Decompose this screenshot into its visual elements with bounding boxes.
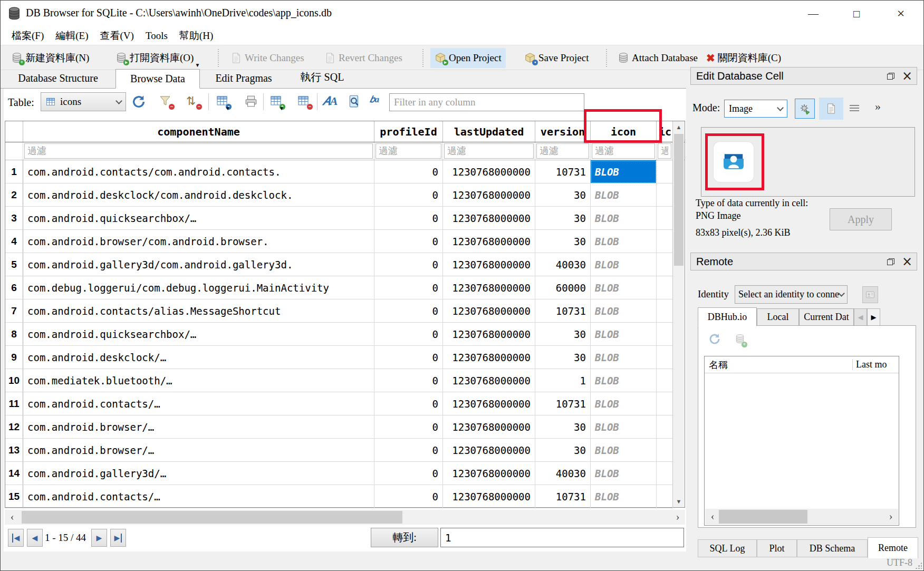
row-number[interactable]: 6: [5, 276, 23, 299]
scrollbar-thumb[interactable]: [22, 511, 402, 524]
filter-cell[interactable]: [657, 142, 673, 160]
cell-icon-blob[interactable]: BLOB: [591, 462, 657, 485]
manage-identities-button[interactable]: [862, 286, 878, 303]
filter-cell[interactable]: [443, 142, 535, 160]
cell-icon-blob[interactable]: BLOB: [591, 207, 657, 230]
close-database-button[interactable]: ✖ 關閉資料庫(C): [702, 48, 785, 68]
cell-partial[interactable]: [657, 207, 673, 230]
cell-partial[interactable]: [657, 462, 673, 485]
cell-version[interactable]: 30: [535, 207, 591, 230]
clone-database-button[interactable]: +: [735, 337, 745, 346]
filter-cell[interactable]: [535, 142, 591, 160]
font-settings-button[interactable]: 𝐴A: [322, 94, 337, 109]
scroll-right-icon[interactable]: ›: [670, 510, 685, 525]
cell-partial[interactable]: [657, 253, 673, 276]
cell-icon-blob[interactable]: BLOB: [591, 369, 657, 392]
cell-version[interactable]: 1: [535, 369, 591, 392]
column-header-lastupdated[interactable]: lastUpdated: [443, 121, 535, 142]
cell-version[interactable]: 30: [535, 346, 591, 369]
previous-record-button[interactable]: ◀: [27, 529, 43, 547]
float-panel-icon[interactable]: [887, 258, 894, 265]
cell-componentname[interactable]: com.android.contacts/…: [23, 485, 374, 508]
remote-refresh-button[interactable]: [708, 333, 721, 345]
cell-icon-blob[interactable]: BLOB: [591, 415, 657, 439]
revert-changes-button[interactable]: Revert Changes: [320, 48, 407, 68]
filter-cell[interactable]: [23, 142, 374, 160]
remote-database-list[interactable]: 名稱 Last mo ‹ ›: [704, 356, 899, 526]
find-in-cells-button[interactable]: [348, 94, 361, 108]
scroll-down-icon[interactable]: ▼: [673, 496, 685, 507]
filter-cell[interactable]: [591, 142, 657, 160]
maximize-button[interactable]: □: [844, 6, 869, 22]
word-wrap-button[interactable]: [849, 104, 860, 113]
cell-partial[interactable]: [657, 346, 673, 369]
cell-lastupdated[interactable]: 1230768000000: [443, 207, 535, 230]
cell-partial[interactable]: [657, 415, 673, 439]
cell-lastupdated[interactable]: 1230768000000: [443, 346, 535, 369]
row-number[interactable]: 15: [5, 485, 23, 508]
menu-item-edit[interactable]: 編輯(E): [50, 28, 94, 44]
filter-input-lastupdated[interactable]: [444, 143, 534, 159]
cell-profileid[interactable]: 0: [374, 299, 443, 323]
cell-version[interactable]: 60000: [535, 276, 591, 299]
cell-icon-blob[interactable]: BLOB: [591, 183, 657, 207]
cell-lastupdated[interactable]: 1230768000000: [443, 230, 535, 253]
tab-edit-pragmas[interactable]: Edit Pragmas: [200, 70, 287, 88]
dock-tab-plot[interactable]: Plot: [757, 539, 797, 557]
menu-item-help[interactable]: 幫助(H): [174, 28, 219, 44]
encoding-status[interactable]: UTF-8: [887, 557, 912, 568]
filter-input-componentname[interactable]: [24, 143, 373, 159]
cell-profileid[interactable]: 0: [374, 207, 443, 230]
cell-version[interactable]: 30: [535, 323, 591, 346]
remote-tab-dbhub[interactable]: DBHub.io: [698, 307, 757, 326]
cell-profileid[interactable]: 0: [374, 392, 443, 415]
cell-componentname[interactable]: com.android.deskclock/com.android.deskcl…: [23, 183, 374, 207]
menu-item-file[interactable]: 檔案(F): [6, 28, 50, 44]
tab-database-structure[interactable]: Database Structure: [1, 70, 116, 88]
cell-lastupdated[interactable]: 1230768000000: [443, 462, 535, 485]
last-record-button[interactable]: ▶: [110, 529, 126, 547]
delete-record-button[interactable]: −: [297, 94, 311, 108]
filter-any-column-input[interactable]: [389, 93, 584, 111]
cell-lastupdated[interactable]: 1230768000000: [443, 369, 535, 392]
cell-partial[interactable]: [657, 299, 673, 323]
goto-record-input[interactable]: [440, 528, 684, 547]
cell-version[interactable]: 30: [535, 230, 591, 253]
scroll-left-icon[interactable]: ‹: [5, 510, 20, 525]
save-table-button[interactable]: ▪ ▼: [216, 94, 229, 108]
cell-componentname[interactable]: com.android.gallery3d/…: [23, 462, 374, 485]
close-panel-icon[interactable]: ×: [902, 71, 912, 81]
mode-select[interactable]: Image: [724, 100, 787, 118]
title-bar[interactable]: DB Browser for SQLite - C:\Users\awinh\O…: [1, 1, 923, 27]
remote-tab-current-database[interactable]: Current Dat: [799, 308, 854, 326]
text-view-button[interactable]: [819, 98, 843, 120]
list-header-last-modified[interactable]: Last mo: [852, 359, 899, 370]
row-number[interactable]: 9: [5, 346, 23, 369]
dock-tab-db-schema[interactable]: DB Schema: [797, 539, 868, 557]
remote-list-horizontal-scrollbar[interactable]: ‹ ›: [705, 509, 898, 525]
cell-version[interactable]: 10731: [535, 485, 591, 508]
cell-partial[interactable]: [657, 183, 673, 207]
cell-partial[interactable]: [657, 392, 673, 415]
cell-lastupdated[interactable]: 1230768000000: [443, 415, 535, 439]
close-panel-icon[interactable]: ×: [902, 256, 912, 267]
first-record-button[interactable]: ◀: [8, 529, 24, 547]
write-changes-button[interactable]: Write Changes: [226, 48, 309, 68]
clear-filters-button[interactable]: −: [159, 94, 172, 108]
cell-icon-blob[interactable]: BLOB: [591, 439, 657, 462]
apply-button[interactable]: Apply: [830, 208, 892, 230]
cell-version[interactable]: 10731: [535, 392, 591, 415]
cell-componentname[interactable]: com.android.quicksearchbox/…: [23, 323, 374, 346]
cell-profileid[interactable]: 0: [374, 369, 443, 392]
menu-item-tools[interactable]: Tools: [140, 29, 174, 43]
resize-grip-icon[interactable]: [915, 562, 922, 569]
dropdown-arrow-icon[interactable]: ▼: [279, 106, 284, 111]
open-database-button[interactable]: ▸ 打開資料庫(O) ▼: [111, 48, 198, 68]
filter-cell[interactable]: [374, 142, 443, 160]
cell-lastupdated[interactable]: 1230768000000: [443, 439, 535, 462]
attach-database-button[interactable]: Attach Database: [613, 48, 702, 68]
cell-profileid[interactable]: 0: [374, 183, 443, 207]
cell-lastupdated[interactable]: 1230768000000: [443, 323, 535, 346]
cell-lastupdated[interactable]: 1230768000000: [443, 160, 535, 183]
list-header-name[interactable]: 名稱: [705, 359, 728, 371]
